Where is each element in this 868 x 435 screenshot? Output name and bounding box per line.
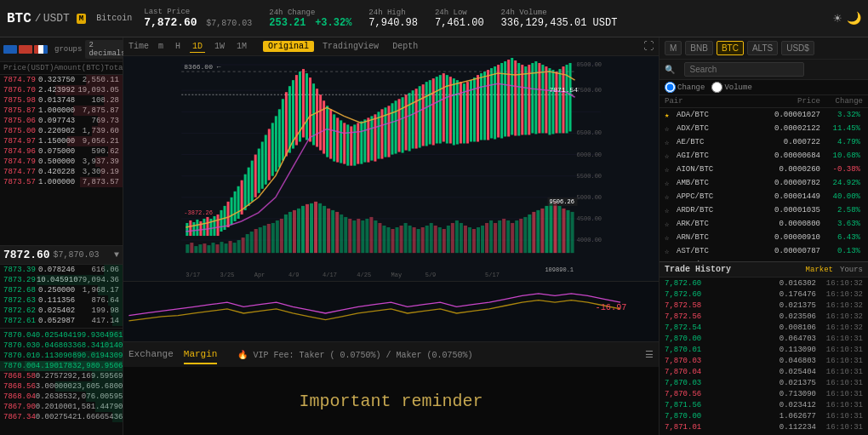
ask-row[interactable]: 7874.790.5000003,937.39 bbox=[0, 157, 123, 167]
sun-icon[interactable]: ☀ bbox=[833, 10, 842, 27]
bid-row[interactable]: 7872.630.111356876.64 bbox=[0, 295, 123, 306]
svg-rect-192 bbox=[473, 77, 476, 141]
time-1m[interactable]: 1M bbox=[234, 41, 249, 52]
pair-row-aion[interactable]: ☆ AION/BTC 0.0000260 -0.38% bbox=[660, 163, 868, 176]
star-icon[interactable]: ☆ bbox=[665, 138, 673, 147]
star-icon[interactable]: ☆ bbox=[665, 247, 673, 256]
moon-icon[interactable]: 🌙 bbox=[847, 11, 861, 26]
pair-row-ae[interactable]: ☆ AE/BTC 0.000722 4.79% bbox=[660, 135, 868, 149]
view-tradingview[interactable]: TradingView bbox=[317, 41, 384, 52]
star-icon[interactable]: ☆ bbox=[665, 192, 673, 202]
svg-text:8366.00 ←: 8366.00 ← bbox=[184, 63, 220, 71]
star-icon[interactable]: ★ bbox=[665, 111, 673, 120]
filter-bnb[interactable]: BNB bbox=[685, 41, 713, 55]
groups-label: groups bbox=[54, 45, 82, 54]
ask-row[interactable]: 7875.871.0000007,875.87 bbox=[0, 106, 123, 116]
svg-rect-82 bbox=[464, 226, 467, 253]
star-icon[interactable]: ☆ bbox=[665, 233, 673, 243]
svg-rect-128 bbox=[254, 155, 257, 197]
ask-row[interactable]: 7874.790.3237502,550.11 bbox=[0, 75, 123, 85]
filter-usd[interactable]: USD$ bbox=[781, 41, 814, 55]
ask-row[interactable]: 7874.960.075000590.62 bbox=[0, 146, 123, 157]
filter-m[interactable]: M bbox=[665, 41, 682, 55]
svg-rect-100 bbox=[540, 209, 544, 253]
radio-change[interactable]: Change bbox=[665, 82, 705, 93]
time-h[interactable]: H bbox=[173, 41, 183, 52]
trade-row: 7,870.000.06470316:10:31 bbox=[660, 333, 868, 344]
svg-rect-66 bbox=[396, 227, 399, 253]
trade-row: 7,871.560.02341216:10:31 bbox=[660, 399, 868, 410]
svg-rect-110 bbox=[192, 222, 195, 236]
bid-row[interactable]: 7867.900.2010001,581.44790000 bbox=[0, 402, 123, 412]
time-1d[interactable]: 1D bbox=[190, 41, 205, 53]
bid-row[interactable]: 7872.610.052987417.14 bbox=[0, 316, 123, 326]
tab-settings-icon[interactable]: ☰ bbox=[645, 349, 654, 360]
svg-rect-144 bbox=[309, 77, 311, 141]
svg-rect-72 bbox=[421, 227, 425, 253]
expand-icon[interactable]: ⛶ bbox=[643, 40, 654, 53]
pair-row-arn[interactable]: ☆ ARN/BTC 0.00000910 6.43% bbox=[660, 231, 868, 244]
bid-row[interactable]: 7868.563.00000023,605.68000000 bbox=[0, 381, 123, 392]
star-icon[interactable]: ☆ bbox=[665, 179, 673, 188]
svg-rect-125 bbox=[244, 175, 247, 210]
24h-high-stat: 24h High 7,940.98 bbox=[368, 9, 418, 29]
bid-row[interactable]: 7873.390.078246616.06 bbox=[0, 265, 123, 275]
bid-row[interactable]: 7872.680.2500001,968.17 bbox=[0, 285, 123, 295]
bid-row[interactable]: 7870.010.113090890.01943090 bbox=[0, 351, 123, 361]
bid-row[interactable]: 7870.040.025404199.93049616 bbox=[0, 330, 123, 341]
bid-row[interactable]: 7870.030.046803368.34101409 bbox=[0, 341, 123, 351]
svg-text:-16.97: -16.97 bbox=[596, 302, 627, 312]
svg-rect-162 bbox=[370, 116, 373, 160]
star-icon[interactable]: ☆ bbox=[665, 206, 673, 215]
decimals-label[interactable]: 2 decimals bbox=[85, 40, 128, 59]
ask-row[interactable]: 7874.770.4202283,309.19 bbox=[0, 167, 123, 177]
svg-rect-70 bbox=[413, 227, 416, 253]
bid-row[interactable]: 7873.2910.04591079,094.36 bbox=[0, 275, 123, 285]
pair-row-ark[interactable]: ☆ ARK/BTC 0.0000800 3.63% bbox=[660, 217, 868, 231]
ask-row[interactable]: 7875.060.097743769.73 bbox=[0, 116, 123, 126]
filter-btc[interactable]: BTC bbox=[717, 41, 744, 55]
trade-row: 7,870.010.11309016:10:31 bbox=[660, 344, 868, 355]
time-1w[interactable]: 1W bbox=[212, 41, 227, 52]
pair-row-adx[interactable]: ☆ ADX/BTC 0.00002122 11.45% bbox=[660, 122, 868, 135]
trade-tab-market[interactable]: Market bbox=[806, 266, 833, 274]
tab-margin[interactable]: Margin bbox=[184, 346, 218, 364]
bid-row[interactable]: 7867.340.00275421.66665436 bbox=[0, 412, 123, 422]
svg-rect-77 bbox=[443, 229, 446, 253]
pair-row-ast[interactable]: ☆ AST/BTC 0.00000787 0.13% bbox=[660, 244, 868, 258]
ask-row[interactable]: 7875.980.013748108.28 bbox=[0, 95, 123, 106]
star-icon[interactable]: ☆ bbox=[665, 220, 673, 229]
view-depth[interactable]: Depth bbox=[387, 41, 423, 52]
bid-row[interactable]: 7868.580.2757292,169.59569482 bbox=[0, 371, 123, 381]
trade-tab-yours[interactable]: Yours bbox=[840, 266, 863, 274]
ask-row[interactable]: 7875.000.2209021,739.60 bbox=[0, 126, 123, 136]
reminder-text: Important reminder bbox=[299, 392, 483, 411]
svg-rect-25 bbox=[220, 242, 224, 253]
view-original[interactable]: Original bbox=[263, 41, 314, 52]
star-icon[interactable]: ☆ bbox=[665, 152, 673, 161]
filter-alts[interactable]: ALTS bbox=[747, 41, 778, 55]
pair-row-agi[interactable]: ☆ AGI/BTC 0.00000684 10.68% bbox=[660, 149, 868, 163]
bid-row[interactable]: 7868.040.2638532,076.00595812 bbox=[0, 392, 123, 402]
search-input[interactable] bbox=[684, 62, 804, 77]
radio-volume[interactable]: Volume bbox=[711, 82, 751, 93]
bid-row[interactable]: 7872.620.025402199.98 bbox=[0, 306, 123, 316]
svg-rect-45 bbox=[306, 204, 309, 253]
bottom-content: Important reminder bbox=[123, 367, 659, 435]
svg-rect-202 bbox=[507, 60, 510, 136]
svg-rect-174 bbox=[412, 90, 414, 148]
pair-row-ardr[interactable]: ☆ ARDR/BTC 0.00001035 2.58% bbox=[660, 203, 868, 217]
ask-row[interactable]: 7874.971.1500009,056.21 bbox=[0, 136, 123, 146]
pair-row-amb[interactable]: ☆ AMB/BTC 0.00000782 24.92% bbox=[660, 176, 868, 190]
ask-row[interactable]: 7876.702.42399219,093.05 bbox=[0, 85, 123, 95]
pair-row-appc[interactable]: ☆ APPC/BTC 0.00001449 40.00% bbox=[660, 190, 868, 203]
pair-row-ada[interactable]: ★ ADA/BTC 0.00001027 3.32% bbox=[660, 108, 868, 122]
ask-row[interactable]: 7873.571.0000007,873.57 bbox=[0, 177, 123, 187]
star-icon[interactable]: ☆ bbox=[665, 165, 673, 175]
bid-row[interactable]: 7870.004.19017832,980.95066000 bbox=[0, 361, 123, 371]
col-change-header: Change bbox=[820, 97, 863, 106]
svg-rect-80 bbox=[455, 220, 459, 253]
tab-exchange[interactable]: Exchange bbox=[128, 346, 174, 364]
star-icon[interactable]: ☆ bbox=[665, 124, 673, 134]
time-m[interactable]: m bbox=[156, 41, 166, 52]
